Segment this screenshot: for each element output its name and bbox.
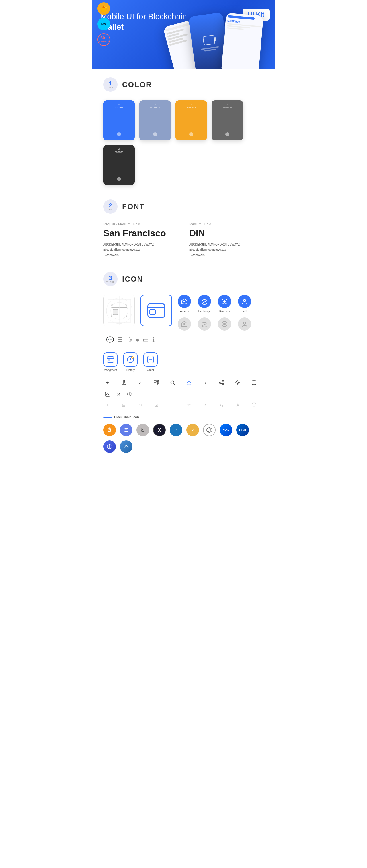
nav-icons-container: Assets Exchange	[178, 295, 251, 331]
svg-rect-40	[157, 381, 158, 382]
svg-point-44	[171, 381, 174, 384]
nav-icon-profile: Profile	[238, 295, 251, 313]
swap-icon-row: ✕ ⓘ	[103, 390, 264, 399]
color-section-header: 1 ONE COLOR	[103, 78, 264, 92]
icon-final	[140, 295, 172, 326]
crypto-nano	[120, 440, 133, 453]
nav-icon-exchange: Exchange	[198, 295, 211, 313]
icon-nav-grid-active: Assets Exchange	[178, 295, 251, 313]
svg-rect-10	[150, 309, 156, 314]
svg-rect-23	[108, 359, 110, 361]
crypto-xrp	[153, 424, 166, 436]
color-swatch-orange: #F5A623	[175, 100, 207, 141]
nav-icon-profile-gray	[238, 317, 251, 331]
crypto-waves	[220, 424, 232, 436]
app-icon-order: Order	[143, 352, 158, 372]
nav-icon-assets: Assets	[178, 295, 191, 313]
star-icon	[185, 378, 193, 387]
qr-icon	[152, 378, 161, 387]
svg-point-49	[222, 383, 224, 385]
upload-icon	[250, 378, 258, 387]
crypto-digibyte: DGB	[236, 424, 249, 436]
color-section-title: COLOR	[122, 80, 152, 89]
svg-point-12	[184, 301, 185, 302]
icon-section-header: 3 THREE ICON	[103, 272, 264, 286]
color-section-number: 1 ONE	[103, 78, 117, 92]
plus-icon: +	[103, 378, 112, 387]
color-swatch-dark: #303030	[103, 145, 135, 185]
font-card-sf: Regular · Medium · Bold San Francisco AB…	[103, 222, 178, 257]
font-card-din: Medium · Bold DIN ABCDEFGHIJKLMNOPQRSTUV…	[189, 222, 264, 257]
app-icon-history: History	[123, 352, 138, 372]
svg-rect-8	[148, 304, 165, 318]
blockchain-label: BlockChain Icon	[103, 415, 264, 419]
checkmark-icon: ✓	[136, 378, 144, 387]
screens-badge: 60+ Screens	[97, 33, 110, 46]
crypto-band	[103, 440, 116, 453]
main-content: 1 ONE COLOR #3574FA #8DA0C8 #F5A623 #666…	[92, 69, 275, 476]
font-section-number: 2 TWO	[103, 199, 117, 214]
font-section: 2 TWO FONT Regular · Medium · Bold San F…	[103, 199, 264, 257]
phone-mockup-3: 6,297,502	[221, 13, 263, 69]
svg-point-19	[223, 323, 226, 325]
nav-icon-exchange-gray	[198, 317, 211, 331]
search-icon	[168, 378, 177, 387]
font-section-header: 2 TWO FONT	[103, 199, 264, 214]
svg-point-15	[244, 299, 246, 302]
svg-line-45	[173, 383, 175, 385]
svg-line-51	[221, 383, 222, 384]
svg-marker-46	[187, 381, 191, 385]
svg-point-14	[223, 300, 226, 303]
phones-area: 6,297,502	[169, 11, 275, 69]
font-grid: Regular · Medium · Bold San Francisco AB…	[103, 222, 264, 257]
crypto-icons-row: ₿ Ξ Ł D Z	[103, 424, 264, 453]
crypto-ethereum: Ξ	[120, 424, 133, 436]
chat-icon: 💬	[106, 336, 114, 344]
icon-wireframe	[103, 295, 135, 326]
info2-icon: ⓘ	[125, 390, 134, 399]
extra-icons: 💬 ☰ ☽ ● ▭ ℹ	[106, 336, 154, 344]
svg-point-52	[237, 382, 238, 383]
message-icon: ▭	[143, 336, 149, 344]
crypto-zcash: Z	[186, 424, 199, 436]
stack-icon: ☰	[117, 336, 123, 344]
crypto-gridcoin	[203, 424, 216, 436]
nav-icon-discover: Discover	[218, 295, 231, 313]
svg-point-17	[184, 323, 185, 325]
svg-point-47	[222, 381, 224, 382]
svg-marker-56	[207, 427, 212, 433]
color-swatch-gray: #666666	[211, 100, 243, 141]
settings-icon	[233, 378, 242, 387]
icon-section: 3 THREE ICON	[103, 272, 264, 453]
ps-badge: Ps	[97, 18, 110, 30]
svg-point-20	[244, 322, 246, 324]
icon-construction-area	[103, 295, 172, 326]
color-section: 1 ONE COLOR #3574FA #8DA0C8 #F5A623 #666…	[103, 78, 264, 185]
svg-rect-39	[154, 381, 156, 382]
crypto-bitcoin: ₿	[103, 424, 116, 436]
clipboard-icon	[119, 378, 128, 387]
crypto-dash: D	[170, 424, 182, 436]
app-icon-row: Mangment History	[103, 352, 264, 372]
share-icon	[217, 378, 226, 387]
circle-icon: ●	[136, 336, 139, 344]
small-icon-grid-faded: + ⊞ ↻ ⊡ ⬚ ☆ ‹ ⇆ ✗ ⓘ	[103, 401, 264, 409]
color-swatch-grayblue: #8DA0C8	[139, 100, 171, 141]
color-swatch-blue: #3574FA	[103, 100, 135, 141]
icon-grid-main: Assets Exchange	[103, 295, 264, 344]
sketch-badge	[97, 2, 110, 15]
badges-row: Ps 60+ Screens	[97, 2, 110, 46]
svg-marker-57	[208, 429, 211, 432]
moon-icon: ☽	[126, 336, 132, 344]
svg-point-48	[219, 382, 221, 383]
hero-section: Mobile UI for Blockchain Wallet UI Kit P…	[92, 0, 275, 69]
nav-icon-discover-gray	[218, 317, 231, 331]
font-section-title: FONT	[122, 202, 145, 211]
app-icon-management: Mangment	[103, 352, 117, 372]
svg-line-50	[221, 382, 222, 382]
icon-nav-grid-inactive	[178, 317, 251, 331]
color-swatches: #3574FA #8DA0C8 #F5A623 #666666 #303030	[103, 100, 264, 185]
icon-section-number: 3 THREE	[103, 272, 117, 286]
small-icon-grid: + ✓	[103, 378, 264, 387]
x-icon: ✕	[114, 390, 123, 399]
